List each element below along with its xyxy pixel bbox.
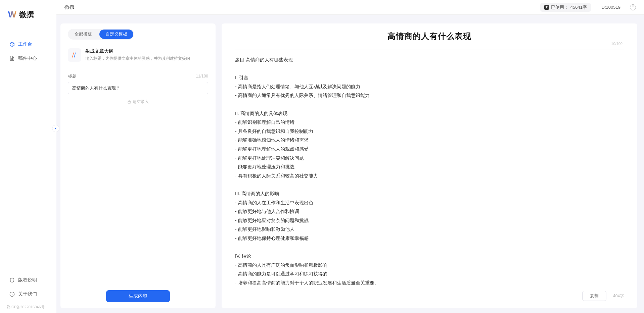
logo-mark-icon: W bbox=[8, 9, 16, 20]
content: 全部模板 自定义模板 生成文章大纲 输入标题，为你提供文章主体的灵感，并为其创建… bbox=[60, 23, 637, 308]
clear-input-button[interactable]: 请空录入 bbox=[68, 99, 208, 105]
tab-custom-templates[interactable]: 自定义模板 bbox=[99, 30, 133, 39]
template-desc: 输入标题，为你提供文章主体的灵感，并为其创建推文提纲 bbox=[85, 56, 190, 61]
sidebar-item-label: 稿件中心 bbox=[18, 55, 37, 61]
config-panel: 全部模板 自定义模板 生成文章大纲 输入标题，为你提供文章主体的灵感，并为其创建… bbox=[60, 23, 216, 308]
logo[interactable]: W 微撰 bbox=[0, 9, 56, 20]
sidebar-item-about[interactable]: 关于我们 bbox=[4, 289, 52, 300]
logout-icon[interactable] bbox=[630, 4, 636, 10]
icp-text: 鄂ICP备2022016946号 bbox=[0, 303, 56, 313]
title-field-header: 标题 11/100 bbox=[68, 73, 208, 79]
sidebar-item-copyright[interactable]: 版权说明 bbox=[4, 274, 52, 286]
template-card[interactable]: 生成文章大纲 输入标题，为你提供文章主体的灵感，并为其创建推文提纲 bbox=[68, 46, 208, 64]
sidebar-item-label: 版权说明 bbox=[18, 277, 37, 283]
template-tabs: 全部模板 自定义模板 bbox=[68, 29, 134, 40]
top-right: T 已使用： 45641字 ID:100519 bbox=[540, 3, 636, 12]
template-title: 生成文章大纲 bbox=[85, 48, 190, 54]
output-title: 高情商的人有什么表现 bbox=[235, 31, 624, 42]
brand-small: 微撰 bbox=[64, 4, 75, 10]
eraser-icon bbox=[127, 100, 131, 104]
word-count: 404字 bbox=[613, 293, 624, 299]
sidebar-item-label: 关于我们 bbox=[18, 291, 37, 297]
sidebar-item-label: 工作台 bbox=[18, 41, 32, 47]
copy-button[interactable]: 复制 bbox=[582, 291, 606, 301]
output-footer: 复制 404字 bbox=[235, 286, 624, 301]
sidebar-item-drafts[interactable]: 稿件中心 bbox=[4, 53, 52, 64]
top-bar: 微撰 T 已使用： 45641字 ID:100519 bbox=[56, 0, 644, 15]
usage-label: 已使用： bbox=[551, 4, 568, 10]
generate-button[interactable]: 生成内容 bbox=[106, 290, 170, 302]
output-title-count: 10/100 bbox=[611, 42, 623, 46]
output-panel: 高情商的人有什么表现 10/100 题目:高情商的人有哪些表现 I. 引言 - … bbox=[222, 23, 637, 308]
footer-nav: 版权说明 关于我们 bbox=[0, 274, 56, 303]
sidebar: W 微撰 工作台 稿件中心 版权说明 关于我们 bbox=[0, 0, 56, 313]
info-icon bbox=[9, 292, 15, 297]
title-input[interactable] bbox=[68, 82, 208, 94]
svg-rect-1 bbox=[128, 101, 131, 103]
collapse-sidebar-button[interactable] bbox=[52, 125, 59, 132]
sidebar-item-workbench[interactable]: 工作台 bbox=[4, 39, 52, 50]
usage-pill[interactable]: T 已使用： 45641字 bbox=[540, 3, 591, 12]
output-body[interactable]: 题目:高情商的人有哪些表现 I. 引言 - 高情商是指人们处理情绪、与他人互动以… bbox=[235, 55, 624, 286]
usage-value: 45641字 bbox=[570, 4, 587, 10]
title-label: 标题 bbox=[68, 73, 77, 79]
text-usage-icon: T bbox=[544, 5, 549, 10]
document-icon bbox=[9, 56, 15, 61]
nav-group: 工作台 稿件中心 bbox=[0, 39, 56, 64]
template-icon bbox=[68, 48, 81, 62]
logo-text: 微撰 bbox=[19, 10, 34, 20]
user-id: ID:100519 bbox=[600, 5, 620, 10]
cube-icon bbox=[9, 42, 15, 47]
shield-icon bbox=[9, 277, 15, 283]
divider bbox=[235, 50, 624, 50]
tab-all-templates[interactable]: 全部模板 bbox=[68, 30, 98, 39]
title-char-count: 11/100 bbox=[196, 74, 208, 79]
